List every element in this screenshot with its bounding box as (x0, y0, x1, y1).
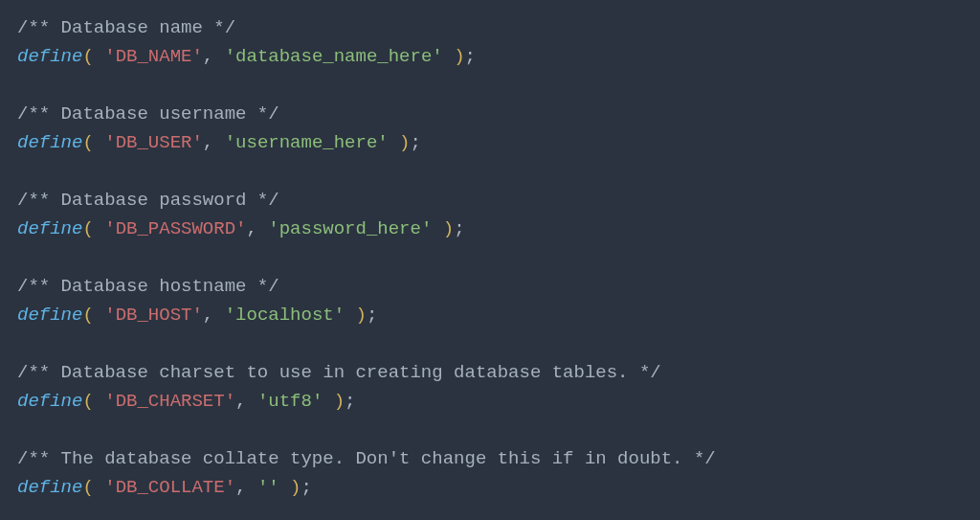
space (94, 132, 104, 153)
define-keyword: define (17, 305, 82, 326)
define-keyword: define (17, 477, 82, 498)
comment-db-charset: /** Database charset to use in creating … (17, 362, 661, 383)
const-db-user: 'DB_USER' (104, 132, 203, 153)
paren-open: ( (82, 391, 93, 412)
space (389, 132, 399, 153)
value-db-name: 'database_name_here' (225, 46, 443, 67)
space (443, 46, 454, 67)
comment-db-password: /** Database password */ (17, 190, 279, 211)
semicolon: ; (367, 305, 377, 326)
const-db-charset: 'DB_CHARSET' (104, 391, 235, 412)
paren-open: ( (82, 46, 93, 67)
value-db-user: 'username_here' (225, 132, 389, 153)
space (432, 218, 442, 239)
paren-close: ) (443, 218, 454, 239)
space (94, 391, 104, 412)
comment-db-collate: /** The database collate type. Don't cha… (17, 448, 716, 469)
define-keyword: define (17, 218, 82, 239)
semicolon: ; (465, 46, 476, 67)
semicolon: ; (454, 218, 464, 239)
comma: , (203, 46, 225, 67)
value-db-charset: 'utf8' (257, 391, 323, 412)
comment-db-name: /** Database name */ (17, 17, 235, 38)
semicolon: ; (301, 477, 312, 498)
semicolon: ; (411, 132, 421, 153)
comment-db-user: /** Database username */ (17, 103, 279, 124)
const-db-name: 'DB_NAME' (104, 46, 203, 67)
space (279, 477, 290, 498)
space (94, 218, 104, 239)
comma: , (246, 218, 268, 239)
space (94, 305, 104, 326)
paren-open: ( (82, 218, 93, 239)
comma: , (235, 391, 257, 412)
comma: , (203, 305, 225, 326)
comma: , (235, 477, 257, 498)
paren-close: ) (399, 132, 410, 153)
define-keyword: define (17, 46, 82, 67)
space (323, 391, 333, 412)
value-db-password: 'password_here' (268, 218, 432, 239)
paren-close: ) (290, 477, 301, 498)
const-db-host: 'DB_HOST' (104, 305, 203, 326)
const-db-collate: 'DB_COLLATE' (104, 477, 235, 498)
paren-open: ( (82, 132, 93, 153)
define-keyword: define (17, 132, 82, 153)
space (94, 477, 104, 498)
paren-open: ( (82, 477, 93, 498)
code-block: /** Database name */ define( 'DB_NAME', … (0, 0, 980, 515)
value-db-host: 'localhost' (225, 305, 345, 326)
const-db-password: 'DB_PASSWORD' (104, 218, 246, 239)
space (94, 46, 104, 67)
comma: , (203, 132, 225, 153)
semicolon: ; (345, 391, 355, 412)
space (345, 305, 355, 326)
value-db-collate: '' (257, 477, 279, 498)
define-keyword: define (17, 391, 82, 412)
paren-close: ) (454, 46, 464, 67)
comment-db-host: /** Database hostname */ (17, 276, 279, 297)
paren-open: ( (82, 305, 93, 326)
paren-close: ) (356, 305, 367, 326)
paren-close: ) (334, 391, 345, 412)
